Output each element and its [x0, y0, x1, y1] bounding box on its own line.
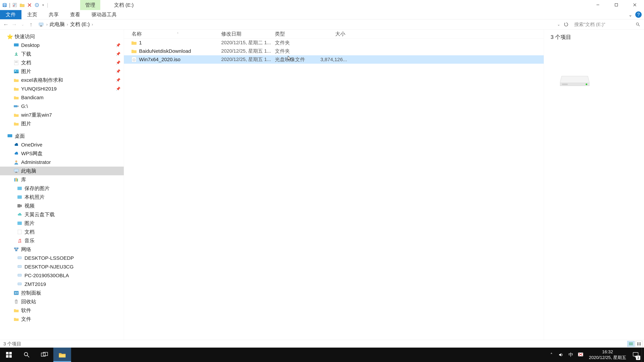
tab-drivetools[interactable]: 驱动器工具 [86, 10, 122, 19]
file-row[interactable]: 1 2020/12/15, 星期二 1... 文件夹 [124, 38, 544, 47]
tree-win7[interactable]: win7重装win7 [0, 111, 124, 119]
tree-videos[interactable]: 视频 [0, 201, 124, 210]
tree-pics[interactable]: 图片📌 [0, 67, 124, 76]
clock[interactable]: 16:32 2020/12/25, 星期五 [586, 349, 630, 361]
file-row[interactable]: BaiduNetdiskDownload 2020/12/25, 星期五 1..… [124, 47, 544, 55]
tree-desktop-cn[interactable]: 桌面 [0, 132, 124, 140]
tree-g-drive[interactable]: G:\ [0, 102, 124, 111]
minimize-button[interactable] [589, 0, 607, 10]
svg-rect-56 [9, 352, 12, 355]
crumb-thispc[interactable]: 此电脑 [50, 21, 65, 28]
svg-point-2 [36, 4, 38, 5]
system-tray[interactable]: ˄ 中 16:32 2020/12/25, 星期五 3 [546, 348, 644, 362]
nav-forward-button[interactable]: → [10, 20, 18, 29]
tree-network[interactable]: 网络 [0, 245, 124, 254]
tree-saved-pics[interactable]: 保存的图片 [0, 184, 124, 193]
folder-icon [14, 112, 19, 118]
nav-tree[interactable]: ⭐快速访问 Desktop📌 下载📌 文档📌 图片📌 excel表格制作求和📌 … [0, 29, 124, 340]
column-headers[interactable]: 名称˄ 修改日期 类型 大小 [124, 29, 544, 38]
tree-pc4[interactable]: ZMT2019 [0, 280, 124, 289]
tree-quick-access[interactable]: ⭐快速访问 [0, 32, 124, 41]
refresh-button[interactable] [562, 20, 570, 28]
crumb-drive[interactable]: 文档 (E:) [70, 21, 90, 28]
tree-library[interactable]: 库 [0, 175, 124, 184]
tree-this-pc[interactable]: 此电脑 [0, 167, 124, 175]
breadcrumb[interactable]: › 此电脑 › 文档 (E:) › [35, 21, 555, 28]
tree-pc2[interactable]: DESKTOP-NJEU3CG [0, 263, 124, 271]
video-icon [17, 203, 22, 209]
tree-yunqishi[interactable]: YUNQISHI2019📌 [0, 84, 124, 93]
tree-music[interactable]: 音乐 [0, 236, 124, 245]
file-explorer-taskbar[interactable] [53, 348, 71, 362]
nav-up-button[interactable]: ↑ [27, 20, 35, 29]
app-icon[interactable] [2, 2, 8, 8]
qat-settings-icon[interactable] [34, 2, 40, 8]
tree-pics3[interactable]: 图片 [0, 219, 124, 228]
tab-home[interactable]: 主页 [22, 10, 43, 19]
nav-back-button[interactable]: ← [2, 20, 10, 29]
tree-pc1[interactable]: DESKTOP-LSSOEDP [0, 254, 124, 263]
maximize-button[interactable] [607, 0, 626, 10]
ribbon-expand-icon[interactable]: ⌄ [628, 12, 632, 17]
search-button[interactable] [18, 348, 36, 362]
tree-camera-roll[interactable]: 本机照片 [0, 193, 124, 201]
svg-rect-6 [40, 25, 42, 26]
tree-onedrive[interactable]: OneDrive [0, 140, 124, 149]
address-dropdown-icon[interactable]: ⌄ [555, 22, 562, 27]
svg-rect-57 [6, 355, 8, 358]
desktop-icon [7, 133, 13, 139]
tree-recycle[interactable]: 回收站 [0, 297, 124, 306]
col-name[interactable]: 名称˄ [124, 30, 221, 37]
task-view-button[interactable] [36, 348, 53, 362]
tree-tianyi[interactable]: 天翼云盘下载 [0, 210, 124, 219]
tree-control-panel[interactable]: 控制面板 [0, 289, 124, 297]
taskbar[interactable]: ˄ 中 16:32 2020/12/25, 星期五 3 [0, 348, 644, 362]
tree-bandicam[interactable]: Bandicam [0, 93, 124, 102]
help-icon[interactable]: ? [635, 11, 642, 18]
qat-delete-icon[interactable] [26, 2, 32, 8]
tree-docs2[interactable]: 文档 [0, 228, 124, 236]
main-area: ⭐快速访问 Desktop📌 下载📌 文档📌 图片📌 excel表格制作求和📌 … [0, 29, 644, 340]
qat-newfolder-icon[interactable] [19, 2, 25, 8]
view-details-button[interactable] [627, 341, 634, 347]
svg-rect-21 [14, 169, 18, 172]
ime-indicator[interactable]: 中 [566, 348, 576, 362]
tray-chevron-icon[interactable]: ˄ [546, 348, 556, 362]
svg-point-41 [16, 293, 18, 294]
nav-history-dropdown[interactable]: ⌄ [18, 20, 27, 29]
notifications-button[interactable]: 3 [630, 348, 642, 362]
tray-app-icon[interactable] [576, 348, 586, 362]
tree-downloads[interactable]: 下载📌 [0, 50, 124, 58]
tree-desktop[interactable]: Desktop📌 [0, 41, 124, 50]
svg-rect-32 [14, 248, 16, 249]
tree-pc3[interactable]: PC-20190530OBLA [0, 271, 124, 280]
start-button[interactable] [0, 348, 18, 362]
view-icons-button[interactable] [635, 341, 643, 347]
search-input[interactable]: 搜索"文档 (E:)" [572, 21, 642, 28]
tree-docs[interactable]: 文档📌 [0, 58, 124, 67]
tab-view[interactable]: 查看 [64, 10, 86, 19]
file-row[interactable]: Win7x64_2020.iso 2020/12/25, 星期五 1... 光盘… [124, 55, 544, 64]
pin-icon: 📌 [116, 78, 120, 82]
col-size[interactable]: 大小 [320, 30, 347, 37]
col-type[interactable]: 类型 [275, 30, 320, 37]
qat-properties-icon[interactable] [12, 2, 18, 8]
show-desktop-button[interactable] [642, 348, 644, 362]
tree-admin[interactable]: Administrator [0, 158, 124, 167]
tree-software[interactable]: 软件 [0, 306, 124, 315]
close-button[interactable] [626, 0, 644, 10]
tree-excel[interactable]: excel表格制作求和📌 [0, 76, 124, 84]
svg-rect-38 [18, 283, 22, 285]
pin-icon: 📌 [116, 60, 120, 65]
file-list-pane[interactable]: 名称˄ 修改日期 类型 大小 1 2020/12/15, 星期二 1... 文件… [124, 29, 544, 340]
svg-line-60 [27, 356, 29, 357]
tree-files[interactable]: 文件 [0, 315, 124, 324]
tab-share[interactable]: 共享 [43, 10, 64, 19]
svg-rect-33 [16, 248, 18, 249]
col-date[interactable]: 修改日期 [221, 30, 275, 37]
tab-file[interactable]: 文件 [0, 10, 22, 19]
tree-pics2[interactable]: 图片 [0, 119, 124, 128]
cloud-icon [17, 212, 22, 217]
tree-wps[interactable]: WPS网盘 [0, 149, 124, 158]
volume-icon[interactable] [556, 348, 566, 362]
